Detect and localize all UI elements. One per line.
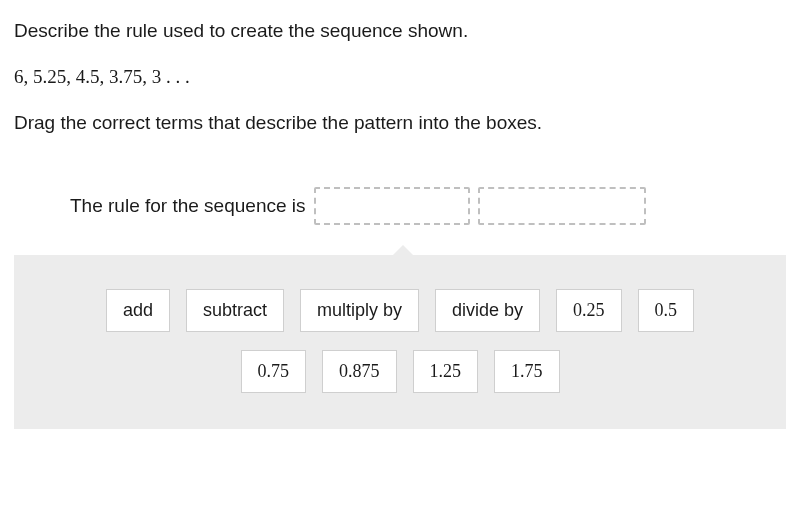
sentence-lead-text: The rule for the sequence is — [70, 195, 306, 217]
drop-target-operation[interactable] — [314, 187, 470, 225]
tile-tray: add subtract multiply by divide by 0.25 … — [14, 255, 786, 429]
tile-multiply-by[interactable]: multiply by — [300, 289, 419, 332]
tile-0-875[interactable]: 0.875 — [322, 350, 397, 393]
sequence-display: 6, 5.25, 4.5, 3.75, 3 . . . — [14, 66, 786, 88]
tile-1-75[interactable]: 1.75 — [494, 350, 560, 393]
instruction-line-1: Describe the rule used to create the seq… — [14, 18, 786, 44]
drop-target-value[interactable] — [478, 187, 646, 225]
interactive-area: The rule for the sequence is add subtrac… — [14, 159, 786, 429]
tile-1-25[interactable]: 1.25 — [413, 350, 479, 393]
answer-sentence: The rule for the sequence is — [14, 159, 786, 255]
tile-divide-by[interactable]: divide by — [435, 289, 540, 332]
tile-0-75[interactable]: 0.75 — [241, 350, 307, 393]
tile-row-1: add subtract multiply by divide by 0.25 … — [42, 289, 758, 332]
tile-row-2: 0.75 0.875 1.25 1.75 — [42, 350, 758, 393]
instruction-line-2: Drag the correct terms that describe the… — [14, 110, 786, 136]
tile-subtract[interactable]: subtract — [186, 289, 284, 332]
question-container: Describe the rule used to create the seq… — [0, 0, 800, 429]
tile-0-25[interactable]: 0.25 — [556, 289, 622, 332]
tile-0-5[interactable]: 0.5 — [638, 289, 695, 332]
tile-add[interactable]: add — [106, 289, 170, 332]
